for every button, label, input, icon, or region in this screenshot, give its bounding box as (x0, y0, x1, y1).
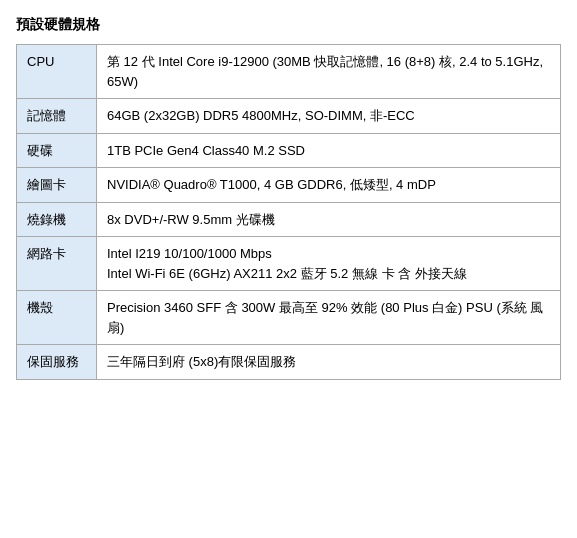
spec-value: 64GB (2x32GB) DDR5 4800MHz, SO-DIMM, 非-E… (97, 99, 561, 134)
spec-label: 機殼 (17, 291, 97, 345)
spec-value: 1TB PCIe Gen4 Class40 M.2 SSD (97, 133, 561, 168)
specs-table: CPU第 12 代 Intel Core i9-12900 (30MB 快取記憶… (16, 44, 561, 380)
spec-value: 三年隔日到府 (5x8)有限保固服務 (97, 345, 561, 380)
spec-value: NVIDIA® Quadro® T1000, 4 GB GDDR6, 低矮型, … (97, 168, 561, 203)
spec-label: 繪圖卡 (17, 168, 97, 203)
table-row: 機殼Precision 3460 SFF 含 300W 最高至 92% 效能 (… (17, 291, 561, 345)
spec-label: 記憶體 (17, 99, 97, 134)
spec-value: 第 12 代 Intel Core i9-12900 (30MB 快取記憶體, … (97, 45, 561, 99)
spec-value: 8x DVD+/-RW 9.5mm 光碟機 (97, 202, 561, 237)
table-row: 硬碟1TB PCIe Gen4 Class40 M.2 SSD (17, 133, 561, 168)
table-row: 網路卡Intel I219 10/100/1000 MbpsIntel Wi-F… (17, 237, 561, 291)
page-title: 預設硬體規格 (16, 16, 561, 34)
table-row: 保固服務三年隔日到府 (5x8)有限保固服務 (17, 345, 561, 380)
spec-label: 硬碟 (17, 133, 97, 168)
spec-label: CPU (17, 45, 97, 99)
table-row: 繪圖卡NVIDIA® Quadro® T1000, 4 GB GDDR6, 低矮… (17, 168, 561, 203)
table-row: 記憶體64GB (2x32GB) DDR5 4800MHz, SO-DIMM, … (17, 99, 561, 134)
spec-label: 保固服務 (17, 345, 97, 380)
spec-label: 燒錄機 (17, 202, 97, 237)
table-row: CPU第 12 代 Intel Core i9-12900 (30MB 快取記憶… (17, 45, 561, 99)
spec-value: Precision 3460 SFF 含 300W 最高至 92% 效能 (80… (97, 291, 561, 345)
table-row: 燒錄機8x DVD+/-RW 9.5mm 光碟機 (17, 202, 561, 237)
spec-value: Intel I219 10/100/1000 MbpsIntel Wi-Fi 6… (97, 237, 561, 291)
spec-label: 網路卡 (17, 237, 97, 291)
